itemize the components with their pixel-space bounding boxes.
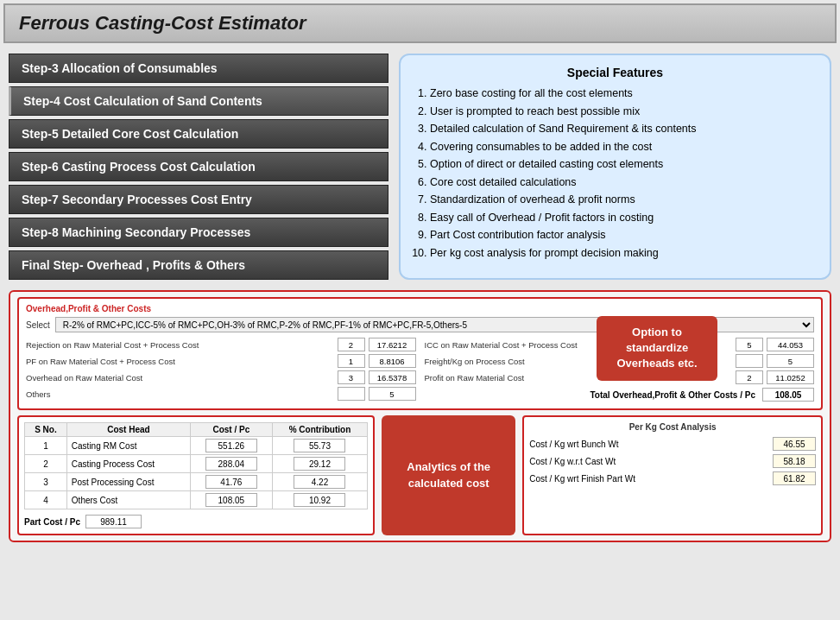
overhead-right-input2-3[interactable]	[767, 370, 814, 384]
perkg-value-3[interactable]	[773, 471, 816, 485]
feature-item-3: Detailed calculation of Sand Requirement…	[430, 122, 816, 137]
cell-pct-4	[272, 491, 367, 509]
step-item-3[interactable]: Step-3 Allocation of Consumables	[9, 54, 388, 83]
overhead-left-input1-1[interactable]	[338, 338, 365, 351]
part-cost-row: Part Cost / Pc	[24, 515, 368, 528]
col-cost: Cost / Pc	[190, 423, 272, 437]
overhead-left-label-1: Rejection on Raw Material Cost + Process…	[26, 340, 334, 350]
overhead-section: Overhead,Profit & Other Costs Select R-2…	[17, 297, 823, 410]
overhead-left-input2-3[interactable]	[369, 370, 416, 384]
perkg-label-3: Cost / Kg wrt Finish Part Wt	[529, 474, 767, 484]
top-section: Step-3 Allocation of ConsumablesStep-4 C…	[0, 47, 840, 287]
cell-input-cost-4[interactable]	[205, 493, 257, 507]
feature-item-4: Covering consumables to be added in the …	[430, 140, 816, 155]
perkg-section: Per Kg Cost Analysis Cost / Kg wrt Bunch…	[522, 415, 823, 535]
overhead-left-input1-3[interactable]	[338, 370, 365, 384]
cell-input-cost-3[interactable]	[205, 475, 257, 489]
cell-sno-2: 2	[25, 455, 67, 473]
overhead-left-row-1: Rejection on Raw Material Cost + Process…	[26, 338, 416, 351]
part-cost-input[interactable]	[85, 515, 142, 528]
total-label: Total Overhead,Profit & Other Costs / Pc	[590, 390, 755, 400]
perkg-value-2[interactable]	[773, 454, 816, 468]
overhead-right-input1-3[interactable]	[736, 370, 763, 384]
overhead-left-input2-2[interactable]	[369, 354, 416, 368]
overhead-right-input2-1[interactable]	[767, 338, 814, 351]
cell-input-pct-4[interactable]	[294, 493, 345, 507]
header: Ferrous Casting-Cost Estimator	[3, 3, 837, 43]
steps-column: Step-3 Allocation of ConsumablesStep-4 C…	[9, 54, 388, 280]
cell-cost-1	[190, 437, 272, 455]
cell-input-pct-2[interactable]	[294, 457, 345, 471]
overhead-left-row-4: Others	[26, 387, 416, 401]
feature-item-1: Zero base costing for all the cost eleme…	[430, 86, 816, 102]
cell-sno-1: 1	[25, 437, 67, 455]
cell-head-2: Casting Process Cost	[66, 455, 190, 473]
cost-table-body: 1Casting RM Cost2Casting Process Cost3Po…	[25, 437, 368, 509]
feature-item-8: Easy call of Overhead / Profit factors i…	[430, 211, 816, 226]
features-title: Special Features	[414, 66, 816, 79]
cell-input-cost-2[interactable]	[205, 457, 257, 471]
perkg-value-1[interactable]	[773, 437, 816, 451]
features-box: Special Features Zero base costing for a…	[399, 54, 831, 280]
app-title: Ferrous Casting-Cost Estimator	[19, 12, 306, 34]
table-row-3: 3Post Processing Cost	[25, 473, 368, 491]
feature-item-2: User is prompted to reach best possible …	[430, 104, 816, 120]
total-value[interactable]	[762, 388, 814, 402]
cell-input-cost-1[interactable]	[205, 439, 257, 452]
cell-cost-2	[190, 455, 272, 473]
cost-table-section: S No. Cost Head Cost / Pc % Contribution…	[17, 415, 375, 535]
cell-input-pct-3[interactable]	[294, 475, 345, 489]
features-list: Zero base costing for all the cost eleme…	[414, 86, 816, 261]
overhead-left: Rejection on Raw Material Cost + Process…	[26, 338, 416, 403]
overhead-left-label-4: Others	[26, 389, 334, 399]
cell-head-1: Casting RM Cost	[66, 437, 190, 455]
perkg-row-3: Cost / Kg wrt Finish Part Wt	[529, 471, 816, 485]
table-row-1: 1Casting RM Cost	[25, 437, 368, 455]
cell-cost-4	[190, 491, 272, 509]
overhead-title: Overhead,Profit & Other Costs	[26, 304, 814, 313]
overhead-left-input2-1[interactable]	[369, 338, 416, 351]
col-head: Cost Head	[66, 423, 190, 437]
table-row-2: 2Casting Process Cost	[25, 455, 368, 473]
cell-sno-3: 3	[25, 473, 67, 491]
overhead-left-label-3: Overhead on Raw Material Cost	[26, 373, 334, 383]
cell-pct-2	[272, 455, 367, 473]
table-row-4: 4Others Cost	[25, 491, 368, 509]
overhead-right-input1-1[interactable]	[736, 338, 763, 351]
overhead-left-input2-4[interactable]	[369, 387, 416, 401]
step-item-5[interactable]: Step-5 Detailed Core Cost Calculation	[9, 119, 388, 149]
overhead-left-label-2: PF on Raw Material Cost + Process Cost	[26, 357, 334, 366]
overhead-right-input1-2[interactable]	[736, 354, 763, 368]
part-cost-label: Part Cost / Pc	[24, 517, 80, 527]
lower-section: S No. Cost Head Cost / Pc % Contribution…	[17, 415, 823, 535]
step-item-6[interactable]: Step-6 Casting Process Cost Calculation	[9, 152, 388, 181]
cell-head-3: Post Processing Cost	[66, 473, 190, 491]
overhead-right-input2-2[interactable]	[767, 354, 814, 368]
step-item-7[interactable]: Step-7 Secondary Processes Cost Entry	[9, 185, 388, 214]
feature-item-7: Standardization of overhead & profit nor…	[430, 193, 816, 208]
perkg-title: Per Kg Cost Analysis	[529, 422, 816, 432]
step-item-9[interactable]: Final Step- Overhead , Profits & Others	[9, 250, 388, 280]
bottom-section: Overhead,Profit & Other Costs Select R-2…	[9, 290, 831, 542]
perkg-label-2: Cost / Kg w.r.t Cast Wt	[529, 457, 767, 466]
cell-cost-3	[190, 473, 272, 491]
perkg-row-2: Cost / Kg w.r.t Cast Wt	[529, 454, 816, 468]
feature-item-10: Per kg cost analysis for prompt decision…	[430, 246, 816, 262]
overhead-left-input1-2[interactable]	[338, 354, 365, 368]
perkg-label-1: Cost / Kg wrt Bunch Wt	[529, 440, 767, 449]
total-row: Total Overhead,Profit & Other Costs / Pc	[425, 388, 815, 402]
cell-input-pct-1[interactable]	[294, 439, 345, 452]
step-item-4[interactable]: Step-4 Cost Calculation of Sand Contents	[9, 86, 388, 116]
overhead-select-label: Select	[26, 320, 50, 330]
table-header-row: S No. Cost Head Cost / Pc % Contribution	[25, 423, 368, 437]
col-sno: S No.	[25, 423, 67, 437]
overhead-left-input1-4[interactable]	[338, 387, 365, 401]
overhead-left-row-2: PF on Raw Material Cost + Process Cost	[26, 354, 416, 368]
feature-item-6: Core cost detailed calculations	[430, 175, 816, 191]
cell-pct-3	[272, 473, 367, 491]
feature-item-5: Option of direct or detailed casting cos…	[430, 157, 816, 173]
step-item-8[interactable]: Step-8 Machining Secondary Processes	[9, 218, 388, 247]
cell-head-4: Others Cost	[66, 491, 190, 509]
analytics-box: Analytics of the calculated cost	[382, 415, 515, 535]
cost-table: S No. Cost Head Cost / Pc % Contribution…	[24, 422, 368, 509]
